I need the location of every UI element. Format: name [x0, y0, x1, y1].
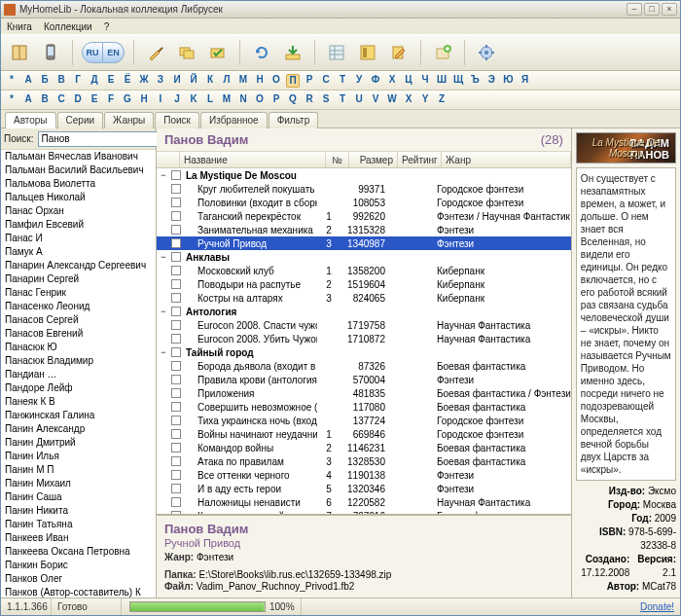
- author-row[interactable]: Панас И: [1, 232, 156, 245]
- settings-icon[interactable]: [474, 40, 499, 65]
- table-row[interactable]: ·Войны начинают неудачники1669846Городск…: [157, 427, 571, 441]
- book-icon[interactable]: [7, 40, 32, 65]
- device-icon[interactable]: [38, 40, 63, 65]
- author-row[interactable]: Панас Генрик: [1, 286, 156, 300]
- edit-icon[interactable]: [386, 40, 412, 65]
- checkbox[interactable]: [171, 497, 181, 507]
- alpha-letter[interactable]: J: [170, 93, 184, 107]
- checkbox[interactable]: [171, 429, 181, 439]
- table-row[interactable]: ·Правила крови (антология)570004Фэнтези: [157, 373, 571, 386]
- alpha-letter[interactable]: Ё: [121, 74, 134, 88]
- alpha-letter[interactable]: О: [269, 74, 283, 88]
- tool-download-icon[interactable]: [280, 40, 305, 65]
- table-row[interactable]: −Анклавы: [157, 250, 571, 264]
- books-table[interactable]: −La Mystique De Moscou·Круг любителей по…: [157, 168, 571, 514]
- alpha-letter[interactable]: K: [187, 93, 200, 107]
- author-row[interactable]: Панин М П: [1, 463, 156, 477]
- author-row[interactable]: Пальман Василий Васильевич: [1, 163, 156, 177]
- minimize-button[interactable]: –: [627, 3, 642, 16]
- alpha-letter[interactable]: R: [303, 93, 316, 107]
- checkbox[interactable]: [171, 252, 181, 262]
- table-row[interactable]: ·Круг любителей покушать (входит в …9937…: [157, 182, 571, 196]
- author-row[interactable]: Памук А: [1, 245, 156, 259]
- alpha-letter[interactable]: Ш: [435, 74, 448, 88]
- table-row[interactable]: ·Командор войны21146231Боевая фантастика: [157, 441, 571, 454]
- table-row[interactable]: ·Московский клуб11358200Киберпанк: [157, 264, 571, 277]
- close-button[interactable]: ×: [662, 3, 677, 16]
- author-row[interactable]: Пальман Вячеслав Иванович: [1, 150, 156, 163]
- alpha-letter[interactable]: N: [236, 93, 250, 107]
- alpha-letter[interactable]: З: [154, 74, 167, 88]
- tab-2[interactable]: Жанры: [104, 112, 154, 128]
- author-row[interactable]: Панасов Сергей: [1, 313, 156, 327]
- checkbox[interactable]: [171, 402, 181, 412]
- alpha-letter[interactable]: L: [203, 93, 217, 107]
- table-row[interactable]: −Тайный город: [157, 345, 571, 359]
- checkbox[interactable]: [171, 334, 181, 344]
- expand-icon[interactable]: −: [159, 307, 168, 316]
- author-row[interactable]: Панкеева Оксана Петровна: [1, 545, 156, 559]
- table-row[interactable]: ·Приложения481835Боевая фантастика / Фэн…: [157, 386, 571, 400]
- author-row[interactable]: Пальцев Николай: [1, 191, 156, 204]
- tool-refresh-icon[interactable]: [249, 40, 274, 65]
- author-row[interactable]: Панасюк Ю: [1, 341, 156, 354]
- tool-folders-icon[interactable]: [174, 40, 199, 65]
- alpha-letter[interactable]: В: [54, 74, 68, 88]
- author-row[interactable]: Панасюк Владимир: [1, 354, 156, 368]
- lang-ru-button[interactable]: RU: [82, 42, 103, 63]
- tab-1[interactable]: Серии: [57, 112, 104, 128]
- author-row[interactable]: Панин Дмитрий: [1, 436, 156, 450]
- checkbox[interactable]: [171, 388, 181, 398]
- alpha-letter[interactable]: Ю: [501, 74, 515, 88]
- alpha-letter[interactable]: D: [71, 93, 85, 107]
- author-row[interactable]: Панас Орхан: [1, 204, 156, 218]
- alpha-letter[interactable]: Я: [519, 74, 532, 88]
- alpha-letter[interactable]: М: [236, 74, 250, 88]
- tab-3[interactable]: Поиск: [155, 112, 199, 128]
- alpha-letter[interactable]: C: [54, 93, 68, 107]
- alpha-letter[interactable]: B: [38, 93, 52, 107]
- alpha-letter[interactable]: Э: [484, 74, 498, 88]
- table-row[interactable]: ·Все оттенки черного41190138Фэнтези: [157, 468, 571, 482]
- col-genre[interactable]: Жанр: [442, 152, 571, 167]
- donate-link[interactable]: Donate!: [634, 601, 680, 612]
- menu-help[interactable]: ?: [104, 21, 110, 32]
- checkbox[interactable]: [171, 456, 181, 466]
- table-row[interactable]: ·Борода дьявола (входит в сборник «…8732…: [157, 359, 571, 373]
- checkbox[interactable]: [171, 375, 181, 384]
- author-row[interactable]: Панарин Сергей: [1, 272, 156, 286]
- alpha-letter[interactable]: *: [5, 74, 18, 88]
- expand-icon[interactable]: −: [159, 170, 168, 180]
- alpha-letter[interactable]: Б: [38, 74, 52, 88]
- alpha-letter[interactable]: Ц: [402, 74, 415, 88]
- author-row[interactable]: Панин Михаил: [1, 477, 156, 490]
- author-row[interactable]: Памфил Евсевий: [1, 218, 156, 232]
- expand-icon[interactable]: −: [159, 347, 168, 357]
- checkbox[interactable]: [171, 307, 181, 316]
- col-num[interactable]: №: [326, 152, 349, 167]
- table-row[interactable]: ·Половинки (входит в сборник «Таган…1080…: [157, 196, 571, 209]
- checkbox[interactable]: [171, 198, 181, 207]
- alpha-letter[interactable]: Ж: [137, 74, 151, 88]
- checkbox[interactable]: [171, 211, 181, 221]
- checkbox[interactable]: [171, 170, 181, 180]
- alpha-letter[interactable]: Т: [336, 74, 349, 88]
- alpha-letter[interactable]: Н: [253, 74, 267, 88]
- alpha-letter[interactable]: Ъ: [468, 74, 482, 88]
- author-row[interactable]: Панин Александр: [1, 422, 156, 436]
- author-row[interactable]: Панарин Александр Сергеевич: [1, 259, 156, 272]
- col-title[interactable]: Название: [180, 152, 326, 167]
- alpha-letter[interactable]: P: [269, 93, 283, 107]
- menu-book[interactable]: Книга: [7, 21, 32, 32]
- lang-en-button[interactable]: EN: [103, 42, 125, 63]
- tab-0[interactable]: Авторы: [5, 112, 56, 128]
- col-rating[interactable]: Рейтинг: [398, 152, 442, 167]
- alpha-letter[interactable]: Л: [220, 74, 233, 88]
- alpha-letter[interactable]: И: [170, 74, 184, 88]
- author-row[interactable]: Панасенко Леонид: [1, 300, 156, 313]
- alpha-letter[interactable]: Q: [286, 93, 300, 107]
- alpha-letter[interactable]: E: [88, 93, 101, 107]
- tool-folder-check-icon[interactable]: [205, 40, 231, 65]
- author-row[interactable]: Пандиан …: [1, 368, 156, 381]
- author-row[interactable]: Панасов Евгений: [1, 327, 156, 341]
